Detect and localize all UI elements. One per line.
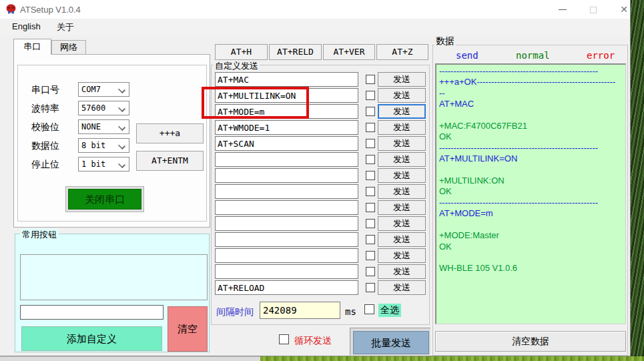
- log-line: ----------------------------------------…: [439, 198, 623, 208]
- command-checkbox-9[interactable]: [366, 219, 375, 228]
- command-input-0[interactable]: [215, 72, 358, 87]
- select-all-checkbox[interactable]: [364, 304, 374, 314]
- close-port-button[interactable]: 关闭串口: [68, 189, 141, 210]
- legend-normal: normal: [516, 50, 550, 61]
- command-input-7[interactable]: [215, 184, 358, 199]
- command-input-12[interactable]: [215, 264, 358, 279]
- quick-button-at-ver[interactable]: AT+VER: [323, 44, 375, 60]
- minimize-icon[interactable]: [551, 0, 574, 19]
- send-button-1[interactable]: 发送: [378, 88, 426, 103]
- add-custom-button[interactable]: 添加自定义: [21, 326, 162, 351]
- field-label-3: 数据位: [31, 140, 59, 152]
- command-input-13[interactable]: [215, 280, 358, 295]
- legend-send: send: [456, 50, 478, 61]
- command-checkbox-2[interactable]: [366, 107, 375, 116]
- clear-data-button[interactable]: 清空数据: [435, 331, 626, 352]
- at-entm-button[interactable]: AT+ENTM: [136, 151, 204, 171]
- command-checkbox-5[interactable]: [366, 155, 375, 164]
- command-checkbox-13[interactable]: [366, 283, 375, 292]
- command-checkbox-8[interactable]: [366, 203, 375, 212]
- log-line: [439, 165, 623, 175]
- common-command-input[interactable]: [20, 305, 164, 320]
- command-checkbox-6[interactable]: [366, 171, 375, 180]
- quick-button-at-reld[interactable]: AT+RELD: [269, 44, 322, 60]
- send-button-3[interactable]: 发送: [378, 120, 426, 135]
- command-checkbox-7[interactable]: [366, 187, 375, 196]
- command-input-9[interactable]: [215, 216, 358, 231]
- log-line: OK: [439, 131, 623, 142]
- clear-button[interactable]: 清空: [168, 306, 208, 352]
- combo-0[interactable]: COM7: [78, 82, 129, 97]
- custom-send-title: 自定义发送: [214, 60, 260, 72]
- select-all-label: 全选: [378, 304, 401, 317]
- common-buttons-list[interactable]: [20, 254, 208, 300]
- command-checkbox-1[interactable]: [366, 91, 375, 100]
- command-input-1[interactable]: [215, 88, 358, 103]
- combo-3[interactable]: 8 bit: [78, 138, 129, 153]
- command-input-4[interactable]: [215, 136, 358, 151]
- close-icon[interactable]: ✕: [613, 0, 635, 19]
- command-checkbox-3[interactable]: [366, 123, 375, 132]
- command-input-3[interactable]: [215, 120, 358, 135]
- command-input-10[interactable]: [215, 232, 358, 247]
- menu-item-0[interactable]: English: [4, 19, 49, 35]
- maximize-icon[interactable]: [582, 0, 605, 19]
- combo-2[interactable]: NONE: [78, 119, 129, 134]
- log-line: +MAC:F4700C67FB21: [439, 121, 623, 131]
- window-title: ATSetup V1.0.4: [20, 5, 81, 15]
- command-input-6[interactable]: [215, 168, 358, 183]
- batch-send-button[interactable]: 批量发送: [353, 331, 429, 354]
- log-line: +MULTILINK:ON: [439, 175, 623, 186]
- tab-serial[interactable]: 串口: [13, 39, 51, 55]
- send-button-8[interactable]: 发送: [378, 200, 426, 215]
- command-checkbox-4[interactable]: [366, 139, 375, 148]
- app-window: ATSetup V1.0.4 ✕ English关于 串口网络 串口号COM7波…: [0, 0, 631, 356]
- command-checkbox-11[interactable]: [366, 251, 375, 260]
- send-button-13[interactable]: 发送: [378, 280, 426, 295]
- combo-4[interactable]: 1 bit: [78, 157, 129, 171]
- command-input-11[interactable]: [215, 248, 358, 263]
- command-input-5[interactable]: [215, 152, 358, 167]
- log-line: [439, 110, 623, 121]
- combo-value-2: NONE: [81, 122, 101, 131]
- log-area[interactable]: ----------------------------------------…: [435, 63, 626, 324]
- log-line: ----------------------------------------…: [439, 143, 623, 153]
- send-button-9[interactable]: 发送: [378, 216, 426, 231]
- send-button-10[interactable]: 发送: [378, 232, 426, 247]
- command-input-2[interactable]: [215, 104, 358, 119]
- send-button-6[interactable]: 发送: [378, 168, 426, 183]
- send-button-0[interactable]: 发送: [378, 72, 426, 87]
- combo-1[interactable]: 57600: [78, 101, 129, 115]
- log-line: [439, 252, 623, 263]
- combo-value-0: COM7: [81, 85, 101, 94]
- send-button-11[interactable]: 发送: [378, 248, 426, 263]
- log-line: ----------------------------------------…: [439, 66, 623, 77]
- desktop-wallpaper-strip: [260, 356, 644, 361]
- send-button-5[interactable]: 发送: [378, 152, 426, 167]
- log-line: WH-BLE 105 V1.0.6: [439, 263, 623, 274]
- quick-button-at-z[interactable]: AT+Z: [376, 44, 428, 60]
- log-line: AT+MULTILINK=ON: [439, 153, 623, 164]
- log-line: AT+MODE=m: [439, 208, 623, 219]
- data-panel-title: 数据: [434, 35, 456, 47]
- send-button-12[interactable]: 发送: [378, 264, 426, 279]
- command-checkbox-12[interactable]: [366, 267, 375, 276]
- command-input-8[interactable]: [215, 200, 358, 215]
- close-port-frame: 关闭串口: [65, 186, 144, 212]
- titlebar: ATSetup V1.0.4 ✕: [0, 0, 630, 19]
- quick-button-at-h[interactable]: AT+H: [215, 44, 268, 60]
- field-label-1: 波特率: [31, 103, 59, 115]
- loop-send-checkbox[interactable]: [279, 334, 289, 344]
- combo-value-3: 8 bit: [81, 141, 105, 150]
- menu-item-1[interactable]: 关于: [49, 19, 82, 35]
- log-line: +MODE:Master: [439, 230, 623, 241]
- send-button-7[interactable]: 发送: [378, 184, 426, 199]
- command-checkbox-10[interactable]: [366, 235, 375, 244]
- send-button-2[interactable]: 发送: [378, 104, 426, 119]
- menubar: English关于: [0, 19, 630, 35]
- plus-a-button[interactable]: +++a: [136, 123, 204, 143]
- command-checkbox-0[interactable]: [366, 75, 375, 84]
- interval-input[interactable]: [260, 302, 340, 319]
- send-button-4[interactable]: 发送: [378, 136, 426, 151]
- tab-network[interactable]: 网络: [51, 40, 86, 55]
